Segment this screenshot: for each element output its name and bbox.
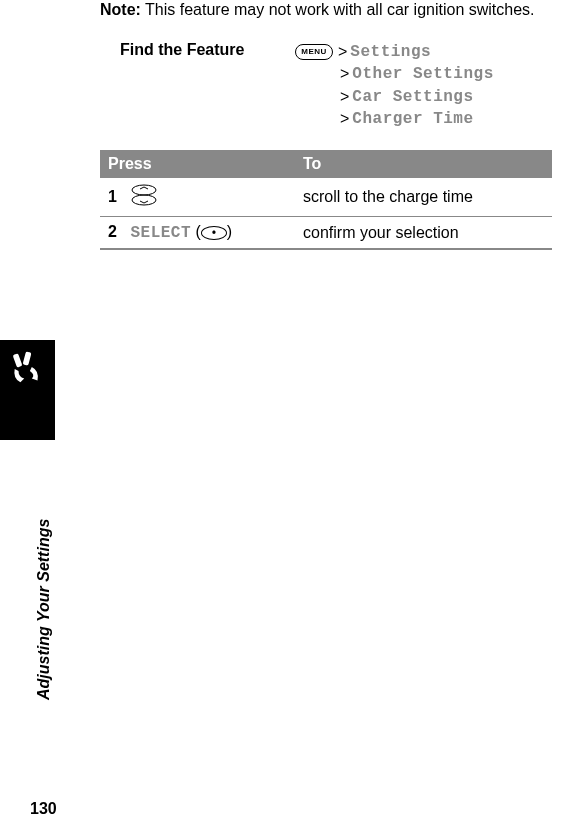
nav-car-settings: Car Settings <box>352 86 473 108</box>
table-row: 2 SELECT (•) confirm your selection <box>100 217 552 250</box>
nav-other-settings: Other Settings <box>352 63 493 85</box>
chevron-right-icon: > <box>340 63 349 85</box>
select-label: SELECT <box>130 224 191 242</box>
step-number: 1 <box>108 188 126 206</box>
chevron-right-icon: > <box>340 108 349 130</box>
page-number: 130 <box>30 800 57 818</box>
header-to: To <box>295 150 552 178</box>
menu-key-icon: MENU <box>295 44 333 60</box>
nav-charger-time: Charger Time <box>352 108 473 130</box>
nav-settings: Settings <box>350 41 431 63</box>
chevron-right-icon: > <box>338 41 347 63</box>
table-row: 1 scroll to the charge time <box>100 178 552 217</box>
side-tab-icon <box>0 340 55 440</box>
header-press: Press <box>100 150 295 178</box>
step-number: 2 <box>108 223 126 241</box>
find-the-feature: Find the Feature MENU > Settings > Other… <box>100 41 552 131</box>
svg-rect-3 <box>22 351 31 365</box>
find-feature-label: Find the Feature <box>120 41 295 131</box>
note-body: This feature may not work with all car i… <box>141 1 535 18</box>
table-header-row: Press To <box>100 150 552 178</box>
svg-rect-2 <box>12 353 22 367</box>
step-action: confirm your selection <box>295 217 552 250</box>
scroll-up-down-icon <box>130 184 158 210</box>
step-action: scroll to the charge time <box>295 178 552 217</box>
chevron-right-icon: > <box>340 86 349 108</box>
nav-path: MENU > Settings > Other Settings > Car S… <box>295 41 552 131</box>
section-title: Adjusting Your Settings <box>35 519 53 700</box>
note-label: Note: <box>100 1 141 18</box>
soft-key-icon: • <box>201 226 227 240</box>
note-text: Note: This feature may not work with all… <box>100 0 552 21</box>
instruction-table: Press To 1 scroll to the charge time 2 <box>100 150 552 250</box>
